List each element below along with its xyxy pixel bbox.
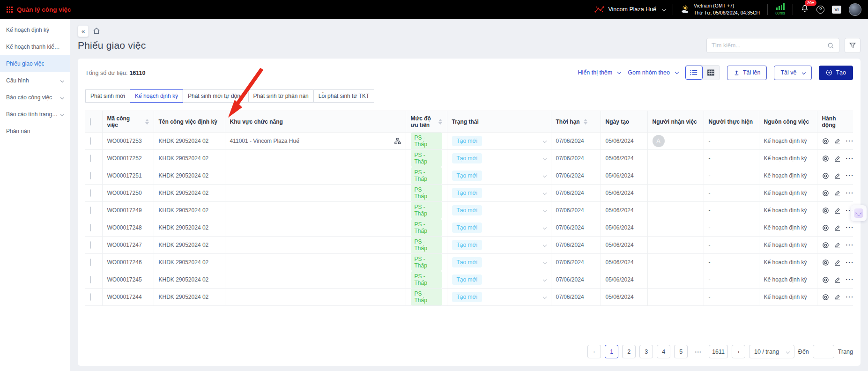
sort-icon[interactable]: [145, 119, 149, 125]
view-button[interactable]: [822, 224, 829, 231]
pagination-item[interactable]: 1611: [709, 345, 728, 358]
goto-page-input[interactable]: [813, 345, 834, 358]
more-actions-button[interactable]: ···: [846, 174, 854, 177]
status-pill[interactable]: Tạo mới: [452, 205, 482, 215]
notifications-button[interactable]: 20+: [801, 4, 809, 15]
sidebar-collapse-button[interactable]: «: [78, 25, 89, 37]
sitemap-icon[interactable]: [394, 138, 401, 144]
user-avatar[interactable]: [849, 3, 861, 16]
status-dropdown-chevron-icon[interactable]: [542, 260, 546, 264]
row-checkbox[interactable]: [90, 137, 91, 145]
assistant-floating-button[interactable]: >‿<: [851, 205, 867, 221]
help-button[interactable]: ?: [816, 6, 824, 14]
tab[interactable]: Kế hoạch định kỳ: [130, 89, 183, 103]
sidebar-item[interactable]: Phản nàn: [0, 123, 70, 140]
status-pill[interactable]: Tạo mới: [452, 240, 482, 250]
site-selector[interactable]: Vincom Plaza Huế: [594, 6, 665, 13]
sort-icon[interactable]: [584, 119, 587, 125]
sidebar-item[interactable]: Báo cáo tình trạng thực hiện: [0, 106, 70, 123]
home-breadcrumb-icon[interactable]: [93, 27, 100, 35]
row-checkbox[interactable]: [90, 259, 91, 266]
page-size-select[interactable]: 10 / trang: [749, 345, 794, 358]
more-actions-button[interactable]: ···: [846, 278, 854, 281]
status-dropdown-chevron-icon[interactable]: [542, 174, 546, 178]
view-button[interactable]: [822, 294, 829, 301]
status-dropdown-chevron-icon[interactable]: [542, 295, 546, 299]
more-actions-button[interactable]: ···: [846, 140, 854, 142]
status-pill[interactable]: Tạo mới: [452, 153, 482, 163]
status-dropdown-chevron-icon[interactable]: [542, 226, 546, 230]
assignee-avatar[interactable]: A: [653, 135, 665, 147]
view-button[interactable]: [822, 172, 829, 179]
status-pill[interactable]: Tạo mới: [452, 223, 482, 233]
sidebar-item[interactable]: Kế hoạch thanh kiểm tra chất...: [0, 38, 70, 55]
view-button[interactable]: [822, 207, 829, 214]
more-actions-button[interactable]: ···: [846, 226, 854, 229]
edit-button[interactable]: [834, 259, 841, 266]
show-more-link[interactable]: Hiển thị thêm: [578, 69, 621, 76]
edit-button[interactable]: [834, 155, 841, 162]
status-pill[interactable]: Tạo mới: [452, 275, 482, 285]
status-dropdown-chevron-icon[interactable]: [542, 278, 546, 282]
create-button[interactable]: Tạo: [819, 66, 853, 80]
row-checkbox[interactable]: [90, 224, 91, 231]
edit-button[interactable]: [834, 224, 841, 231]
status-dropdown-chevron-icon[interactable]: [542, 139, 546, 143]
status-dropdown-chevron-icon[interactable]: [542, 243, 546, 247]
status-dropdown-chevron-icon[interactable]: [542, 191, 546, 195]
pagination-item[interactable]: 5: [674, 345, 688, 358]
edit-button[interactable]: [834, 190, 841, 197]
tab[interactable]: Phát sinh mới tự động: [183, 89, 249, 103]
row-checkbox[interactable]: [90, 276, 91, 283]
row-checkbox[interactable]: [90, 207, 91, 214]
filter-button[interactable]: [845, 38, 861, 53]
edit-button[interactable]: [834, 242, 841, 249]
sidebar-item[interactable]: Kế hoạch định kỳ: [0, 22, 70, 38]
view-button[interactable]: [822, 259, 829, 266]
pagination-item[interactable]: 4: [657, 345, 670, 358]
timezone-widget[interactable]: Vietnam (GMT +7) Thứ Tư, 05/06/2024, 04:…: [681, 2, 760, 16]
status-dropdown-chevron-icon[interactable]: [542, 208, 546, 212]
download-button[interactable]: Tải về: [774, 66, 812, 80]
sidebar-item[interactable]: Báo cáo công việc: [0, 89, 70, 106]
row-checkbox[interactable]: [90, 293, 91, 301]
status-pill[interactable]: Tạo mới: [452, 136, 482, 146]
edit-button[interactable]: [834, 138, 841, 145]
tab[interactable]: Lỗi phát sinh từ TKT: [313, 89, 375, 103]
view-button[interactable]: [822, 242, 829, 249]
pagination-item[interactable]: 3: [639, 345, 653, 358]
tab[interactable]: Phát sinh mới: [85, 89, 130, 103]
pagination-item[interactable]: 1: [605, 345, 618, 358]
row-checkbox[interactable]: [90, 241, 91, 249]
status-pill[interactable]: Tạo mới: [452, 292, 482, 302]
more-actions-button[interactable]: ···: [846, 261, 854, 264]
more-actions-button[interactable]: ···: [846, 157, 854, 160]
row-checkbox[interactable]: [90, 172, 91, 179]
pagination-item[interactable]: ›: [732, 345, 745, 358]
pagination-item[interactable]: 2: [622, 345, 636, 358]
select-all-checkbox[interactable]: [90, 118, 91, 126]
grid-view-button[interactable]: [702, 66, 720, 80]
group-by-link[interactable]: Gom nhóm theo: [628, 69, 678, 76]
view-button[interactable]: [822, 138, 829, 145]
view-button[interactable]: [822, 190, 829, 197]
status-dropdown-chevron-icon[interactable]: [542, 156, 546, 160]
search-icon[interactable]: [827, 42, 834, 49]
more-actions-button[interactable]: ···: [846, 296, 854, 298]
status-pill[interactable]: Tạo mới: [452, 257, 482, 267]
more-actions-button[interactable]: ···: [846, 192, 854, 194]
list-view-button[interactable]: [685, 66, 703, 80]
edit-button[interactable]: [834, 172, 841, 179]
pagination-item[interactable]: ‹: [587, 345, 601, 358]
sidebar-item[interactable]: Phiếu giao việc: [0, 55, 70, 72]
search-input[interactable]: [712, 42, 827, 49]
tab[interactable]: Phát sinh từ phản nàn: [248, 89, 314, 103]
edit-button[interactable]: [834, 294, 841, 301]
view-button[interactable]: [822, 155, 829, 162]
upload-button[interactable]: Tải lên: [727, 66, 767, 80]
language-switcher[interactable]: VI: [832, 6, 841, 14]
sidebar-item[interactable]: Cấu hình: [0, 72, 70, 89]
pagination-item[interactable]: •••: [691, 345, 705, 358]
status-pill[interactable]: Tạo mới: [452, 171, 482, 181]
sort-icon[interactable]: [438, 119, 442, 125]
